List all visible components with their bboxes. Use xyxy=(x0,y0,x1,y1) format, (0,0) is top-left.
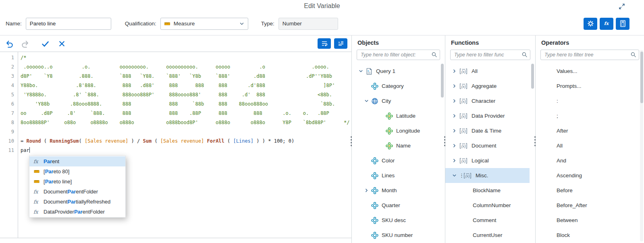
text-cursor xyxy=(29,147,30,153)
operator-item[interactable]: ; xyxy=(536,108,644,123)
object-tree-item[interactable]: Latitude xyxy=(352,108,445,123)
wrap-text-button[interactable] xyxy=(318,38,331,49)
code-line[interactable]: 8oo88888P' o88o o8888o o888o o888bood8P'… xyxy=(21,118,351,127)
overflow-dots-icon: ⋮ xyxy=(459,173,463,178)
search-icon[interactable] xyxy=(521,52,528,58)
wrap-text-icon xyxy=(321,40,328,47)
autocomplete-item[interactable]: fxDataProviderParentFolder xyxy=(29,207,125,217)
cancel-button[interactable] xyxy=(58,39,66,48)
operator-item[interactable]: All xyxy=(536,138,644,153)
svg-text:fx: fx xyxy=(33,159,39,164)
name-label: Name: xyxy=(6,21,22,27)
chevron-down-icon[interactable] xyxy=(361,98,371,104)
functions-scrollbar-thumb[interactable] xyxy=(531,64,534,89)
function-tree-item[interactable]: (x)Document xyxy=(445,138,535,153)
search-icon[interactable] xyxy=(630,52,636,58)
function-tree-item[interactable]: (x)All xyxy=(445,64,535,79)
validate-button[interactable] xyxy=(41,39,50,48)
chevron-right-icon[interactable] xyxy=(449,68,459,75)
formula-button[interactable]: fx xyxy=(600,18,613,30)
object-tree-item[interactable]: Name xyxy=(352,138,445,153)
code-line[interactable]: /* xyxy=(21,53,351,62)
chevron-right-icon[interactable] xyxy=(449,128,459,134)
svg-text:fx: fx xyxy=(33,189,39,195)
function-tree-item[interactable]: (x)Aggregate xyxy=(445,79,535,93)
object-tree-item[interactable]: Month xyxy=(352,183,445,198)
header-actions: fx xyxy=(584,18,629,30)
function-tree-item[interactable]: (x)Data Provider xyxy=(445,108,535,123)
function-tree-item[interactable]: Comment xyxy=(445,213,535,228)
formula-editor[interactable]: 1234567891011 /* .oooooo..o .o. oooooooo… xyxy=(0,52,351,238)
operator-item[interactable]: And xyxy=(536,153,644,168)
code-line[interactable]: = Round ( RunningSum( [Sales revenue] ) … xyxy=(21,137,351,146)
code-line[interactable] xyxy=(21,127,351,137)
object-tree-item[interactable]: SKU number xyxy=(352,228,445,243)
object-tree-item[interactable]: Quarter xyxy=(352,198,445,213)
operator-item[interactable]: Before xyxy=(536,183,644,198)
code-line[interactable]: oo .d8P .8' `888. 888 888 .88P 888 888 .… xyxy=(21,109,351,118)
line-number: 11 xyxy=(0,146,18,155)
operator-item[interactable]: Between xyxy=(536,213,644,228)
objects-filter-input[interactable] xyxy=(357,50,440,60)
autocomplete-item[interactable]: fxParent xyxy=(29,156,125,166)
svg-text:fx: fx xyxy=(33,209,39,215)
code-line[interactable]: d8P' `Y8 .888. `888 `Y88. `888' `Y8b `88… xyxy=(21,72,351,81)
tree-item-label: Name xyxy=(396,143,411,149)
format-formula-button[interactable] xyxy=(334,38,347,49)
functions-filter-input[interactable] xyxy=(450,50,530,60)
qualification-select[interactable]: Measure xyxy=(160,18,248,30)
autocomplete-item[interactable]: [Pareto 80] xyxy=(29,166,125,177)
undo-button[interactable] xyxy=(5,39,13,48)
operator-item[interactable]: Before_After xyxy=(536,198,644,213)
code-line[interactable]: 'Y88b .88ooo8888. 888 888 `88b 888 88ooo… xyxy=(21,100,351,109)
code-line[interactable]: 'Y8888o. .8' `888. 888ooo888P' 888oooo88… xyxy=(21,90,351,100)
object-tree-item[interactable]: Longitude xyxy=(352,123,445,138)
code-line[interactable]: par xyxy=(21,146,351,155)
operator-item[interactable]: Prompts... xyxy=(536,79,644,93)
autocomplete-item[interactable]: [Pareto line] xyxy=(29,177,125,187)
function-tree-item[interactable]: ColumnNumber xyxy=(445,198,535,213)
tree-item-label: Character xyxy=(472,98,495,104)
chevron-right-icon[interactable] xyxy=(449,83,459,89)
operator-item[interactable]: Values... xyxy=(536,64,644,79)
function-tree-item[interactable]: BlockName xyxy=(445,183,535,198)
function-tree-item[interactable]: (x)Date & Time xyxy=(445,123,535,138)
settings-button[interactable] xyxy=(584,18,597,30)
chevron-right-icon[interactable] xyxy=(449,158,459,164)
chevron-right-icon[interactable] xyxy=(449,143,459,149)
chevron-right-icon[interactable] xyxy=(449,113,459,119)
operator-item[interactable]: After xyxy=(536,123,644,138)
autocomplete-item[interactable]: fxDocumentParentFolder xyxy=(29,187,125,197)
object-tree-item[interactable]: Lines xyxy=(352,168,445,183)
chevron-down-icon[interactable] xyxy=(356,68,366,75)
operator-item[interactable]: Block xyxy=(536,228,644,243)
chevron-down-icon[interactable] xyxy=(449,172,459,179)
object-tree-item[interactable]: City xyxy=(352,93,445,108)
dimension-icon xyxy=(371,83,378,90)
function-tree-item[interactable]: ⋮(x)Misc. xyxy=(445,168,530,183)
object-tree-item[interactable]: Query 1 xyxy=(352,64,445,79)
fullscreen-button[interactable] xyxy=(618,3,625,10)
function-tree-item[interactable]: CurrentUser xyxy=(445,228,535,243)
search-icon[interactable] xyxy=(431,52,437,58)
operators-filter-input[interactable] xyxy=(540,50,639,60)
chevron-right-icon[interactable] xyxy=(361,187,371,194)
objects-scrollbar-thumb[interactable] xyxy=(441,64,444,98)
name-input[interactable] xyxy=(26,18,111,30)
autocomplete-item[interactable]: fxDocumentPartiallyRefreshed xyxy=(29,197,125,207)
redo-button[interactable] xyxy=(21,39,30,48)
operators-scrollbar-thumb[interactable] xyxy=(640,52,643,103)
operator-item[interactable]: Ascending xyxy=(536,168,644,183)
operator-item[interactable]: : xyxy=(536,93,644,108)
object-tree-item[interactable]: SKU desc xyxy=(352,213,445,228)
chevron-right-icon[interactable] xyxy=(449,98,459,104)
code-line[interactable]: .oooooo..o .o. ooooooooo. oooooooooo. oo… xyxy=(21,62,351,72)
code-line[interactable]: Y88bo. .8'888. 888 .d88' 888 888 888 .d'… xyxy=(21,81,351,90)
calculator-button[interactable] xyxy=(616,18,629,30)
objects-panel-title: Objects xyxy=(352,35,445,49)
function-tree-item[interactable]: (x)Logical xyxy=(445,153,535,168)
function-tree-item[interactable]: (x)Character xyxy=(445,93,535,108)
object-tree-item[interactable]: Category xyxy=(352,79,445,93)
object-tree-item[interactable]: Color xyxy=(352,153,445,168)
geo-attribute-icon xyxy=(386,142,393,150)
